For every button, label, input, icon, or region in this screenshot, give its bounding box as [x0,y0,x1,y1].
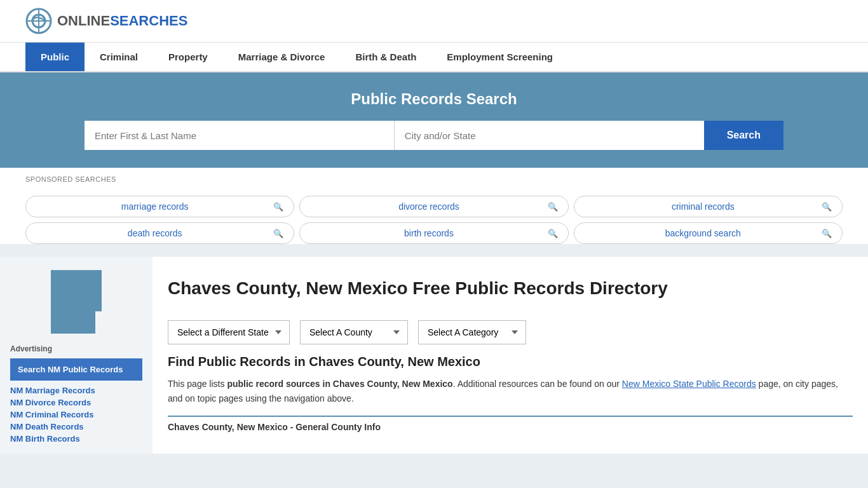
sidebar-links: NM Marriage Records NM Divorce Records N… [10,386,142,444]
county-info-label: Chaves County, New Mexico - General Coun… [168,422,853,432]
logo-icon [25,8,52,34]
dropdowns-row: Select a Different State Select A County… [168,320,853,344]
main-wrapper: Advertising Search NM Public Records NM … [0,257,868,454]
sponsored-tag-background[interactable]: background search 🔍 [574,222,843,244]
hero-title: Public Records Search [25,90,843,108]
hero-section: Public Records Search Search [0,72,868,168]
sidebar-link-4[interactable]: NM Birth Records [10,434,142,444]
category-dropdown[interactable]: Select A Category [418,320,526,344]
page-title: Chaves County, New Mexico Free Public Re… [168,277,668,300]
sidebar: Advertising Search NM Public Records NM … [0,257,153,454]
name-input[interactable] [85,121,395,150]
nav-public[interactable]: Public [25,43,85,71]
nav-criminal[interactable]: Criminal [85,43,153,71]
sponsored-tag-divorce[interactable]: divorce records 🔍 [299,196,568,217]
main-content: Chaves County, New Mexico Free Public Re… [153,257,868,454]
sidebar-link-1[interactable]: NM Divorce Records [10,398,142,407]
nav-property[interactable]: Property [153,43,223,71]
sidebar-ad-label: Advertising [10,344,142,353]
main-nav: Public Criminal Property Marriage & Divo… [0,43,868,72]
state-section: Chaves County, New Mexico Free Public Re… [168,267,853,310]
sponsored-label: SPONSORED SEARCHES [25,175,843,183]
search-button[interactable]: Search [704,121,783,150]
search-bar: Search [85,121,783,150]
state-map-nm [44,267,108,337]
site-header: ONLINESEARCHES [0,0,868,43]
sidebar-ad-block[interactable]: Search NM Public Records [10,358,142,381]
sidebar-link-0[interactable]: NM Marriage Records [10,386,142,395]
search-icon-4: 🔍 [548,229,558,238]
nav-employment[interactable]: Employment Screening [431,43,568,71]
find-title: Find Public Records in Chaves County, Ne… [168,355,853,369]
search-icon-2: 🔍 [822,202,832,212]
sponsored-grid: marriage records 🔍 divorce records 🔍 cri… [25,188,843,244]
nav-marriage-divorce[interactable]: Marriage & Divorce [223,43,341,71]
logo[interactable]: ONLINESEARCHES [25,8,187,34]
logo-text: ONLINESEARCHES [57,13,187,29]
sidebar-link-3[interactable]: NM Death Records [10,422,142,431]
sponsored-tag-birth[interactable]: birth records 🔍 [299,222,568,244]
sponsored-tag-marriage[interactable]: marriage records 🔍 [25,196,294,217]
sponsored-tag-criminal[interactable]: criminal records 🔍 [574,196,843,217]
location-input[interactable] [395,121,704,150]
find-desc: This page lists public record sources in… [168,377,853,405]
sidebar-link-2[interactable]: NM Criminal Records [10,410,142,419]
county-dropdown[interactable]: Select A County [300,320,408,344]
nm-records-link[interactable]: New Mexico State Public Records [622,379,756,389]
nav-birth-death[interactable]: Birth & Death [340,43,431,71]
search-icon-0: 🔍 [273,202,283,212]
search-icon-5: 🔍 [822,229,832,238]
search-icon-1: 🔍 [548,202,558,212]
state-dropdown[interactable]: Select a Different State [168,320,290,344]
search-icon-3: 🔍 [273,229,283,238]
county-info-bar: Chaves County, New Mexico - General Coun… [168,416,853,432]
sponsored-tag-death[interactable]: death records 🔍 [25,222,294,244]
